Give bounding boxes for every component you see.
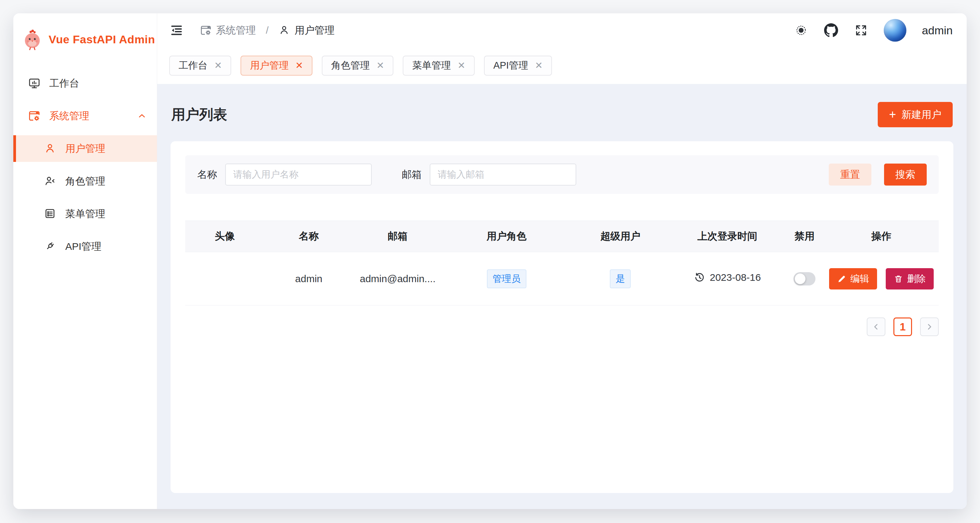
pagination-prev-button[interactable] <box>867 318 885 336</box>
pagination: 1 <box>185 318 939 336</box>
tab-label: 工作台 <box>178 59 207 72</box>
name-field-label: 名称 <box>197 168 217 181</box>
tab-label: API管理 <box>493 59 528 72</box>
sidebar-item-label: API管理 <box>65 240 101 253</box>
column-last-login: 上次登录时间 <box>670 221 785 252</box>
chick-logo-icon <box>22 28 43 50</box>
chevron-up-icon <box>137 111 147 121</box>
top-bar-actions: admin <box>794 19 953 41</box>
avatar-cell <box>185 252 264 305</box>
desktop-background: Vue FastAPI Admin 工作台 <box>0 0 980 523</box>
edit-button[interactable]: 编辑 <box>829 268 877 289</box>
breadcrumb-parent-label: 系统管理 <box>216 24 256 37</box>
pagination-page-1[interactable]: 1 <box>893 318 912 336</box>
tab-bar: 工作台 ✕ 用户管理 ✕ 角色管理 ✕ 菜单管理 ✕ API管理 ✕ <box>157 47 967 84</box>
email-input[interactable] <box>430 164 576 186</box>
reset-button[interactable]: 重置 <box>829 164 872 186</box>
search-button[interactable]: 搜索 <box>884 164 927 186</box>
github-icon[interactable] <box>824 23 838 38</box>
email-field-label: 邮箱 <box>402 168 422 181</box>
tab-label: 角色管理 <box>331 59 370 72</box>
username-label[interactable]: admin <box>922 24 953 37</box>
last-login-value: 2023-08-16 <box>710 272 761 283</box>
column-role: 用户角色 <box>442 221 571 252</box>
users-table: 头像 名称 邮箱 用户角色 超级用户 上次登录时间 禁用 操作 <box>185 221 939 305</box>
table-row: admin admin@admin.... 管理员 是 <box>185 252 939 305</box>
sidebar-menu: 工作台 系统管理 <box>13 70 157 266</box>
sidebar-item-label: 工作台 <box>49 76 79 90</box>
chevron-left-icon <box>872 322 881 331</box>
role-badge: 管理员 <box>487 270 526 288</box>
pencil-icon <box>837 274 846 283</box>
name-cell: admin <box>264 252 353 305</box>
tab-close-icon[interactable]: ✕ <box>376 61 384 70</box>
disabled-toggle[interactable] <box>794 272 815 286</box>
tab-roles[interactable]: 角色管理 ✕ <box>322 56 393 76</box>
tab-close-icon[interactable]: ✕ <box>214 61 222 70</box>
search-bar: 名称 邮箱 重置 搜索 <box>185 155 939 194</box>
column-avatar: 头像 <box>185 221 264 252</box>
actions-cell: 编辑 <box>824 252 939 305</box>
tab-users[interactable]: 用户管理 ✕ <box>240 56 312 76</box>
edit-label: 编辑 <box>850 272 869 285</box>
tab-close-icon[interactable]: ✕ <box>295 61 303 70</box>
sidebar: Vue FastAPI Admin 工作台 <box>13 13 157 509</box>
tab-workbench[interactable]: 工作台 ✕ <box>169 56 231 76</box>
monitor-icon <box>28 77 41 90</box>
tab-close-icon[interactable]: ✕ <box>457 61 465 70</box>
sidebar-item-label: 菜单管理 <box>65 207 105 221</box>
page-title: 用户列表 <box>171 105 227 124</box>
app-logo[interactable]: Vue FastAPI Admin <box>13 13 157 54</box>
tab-menus[interactable]: 菜单管理 ✕ <box>403 56 474 76</box>
sidebar-item-label: 系统管理 <box>49 109 89 123</box>
main-area: 系统管理 / 用户管理 <box>157 13 967 509</box>
delete-button[interactable]: 删除 <box>886 268 934 289</box>
column-actions: 操作 <box>824 221 939 252</box>
sidebar-item-label: 角色管理 <box>65 175 105 188</box>
create-user-label: 新建用户 <box>901 108 941 122</box>
system-settings-icon <box>28 110 41 122</box>
sidebar-item-menus[interactable]: 菜单管理 <box>13 200 157 227</box>
page-content: 用户列表 + 新建用户 名称 邮箱 重置 <box>157 84 967 509</box>
sidebar-item-roles[interactable]: 角色管理 <box>13 168 157 194</box>
page-header: 用户列表 + 新建用户 <box>171 102 953 127</box>
trash-icon <box>894 274 903 283</box>
sidebar-item-users[interactable]: 用户管理 <box>13 135 157 162</box>
user-avatar[interactable] <box>884 19 906 41</box>
menu-list-icon <box>44 208 57 220</box>
breadcrumb: 系统管理 / 用户管理 <box>200 24 334 37</box>
sidebar-item-workbench[interactable]: 工作台 <box>13 70 157 97</box>
tab-close-icon[interactable]: ✕ <box>535 61 542 70</box>
history-clock-icon <box>694 272 705 283</box>
user-icon <box>278 24 291 36</box>
sidebar-collapse-icon[interactable] <box>169 23 184 38</box>
name-input[interactable] <box>225 164 372 186</box>
breadcrumb-current[interactable]: 用户管理 <box>278 24 334 37</box>
sidebar-item-api[interactable]: API管理 <box>13 233 157 260</box>
column-superuser: 超级用户 <box>571 221 670 252</box>
table-header-row: 头像 名称 邮箱 用户角色 超级用户 上次登录时间 禁用 操作 <box>185 221 939 252</box>
system-settings-icon <box>200 24 212 36</box>
sidebar-item-label: 用户管理 <box>65 142 105 156</box>
tab-api[interactable]: API管理 ✕ <box>484 56 552 76</box>
column-email: 邮箱 <box>353 221 442 252</box>
breadcrumb-separator: / <box>266 25 269 36</box>
superuser-cell: 是 <box>571 252 670 305</box>
fullscreen-icon[interactable] <box>854 23 869 38</box>
api-plug-icon <box>44 240 57 253</box>
users-card: 名称 邮箱 重置 搜索 <box>170 141 953 493</box>
superuser-badge: 是 <box>610 270 631 288</box>
user-icon <box>44 142 57 155</box>
theme-sun-icon[interactable] <box>794 23 808 38</box>
column-disabled: 禁用 <box>785 221 824 252</box>
app-title: Vue FastAPI Admin <box>49 33 155 46</box>
pagination-next-button[interactable] <box>920 318 939 336</box>
delete-label: 删除 <box>907 272 926 285</box>
sidebar-item-system[interactable]: 系统管理 <box>13 103 157 129</box>
top-bar: 系统管理 / 用户管理 <box>157 13 967 47</box>
email-cell: admin@admin.... <box>353 252 442 305</box>
create-user-button[interactable]: + 新建用户 <box>878 102 953 127</box>
last-login-cell: 2023-08-16 <box>670 252 785 305</box>
breadcrumb-parent[interactable]: 系统管理 <box>200 24 256 37</box>
disabled-cell <box>785 252 824 305</box>
